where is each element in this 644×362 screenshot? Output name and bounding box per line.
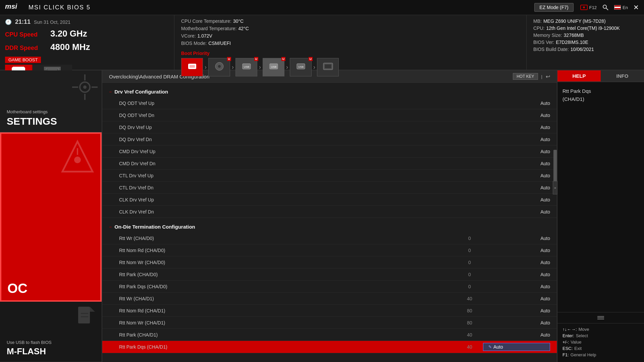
sidebar-item-settings[interactable]: Motherboard settings SETTINGS xyxy=(0,70,102,132)
mb-value: MEG Z690 UNIFY (MS-7D28) xyxy=(543,18,606,24)
table-row[interactable]: CLK Drv Vref Dn Auto xyxy=(102,206,557,218)
oc-main-label: OC xyxy=(7,281,28,296)
boot-device-4-icon: USB xyxy=(268,61,279,74)
ctrl-value: +/-: Value xyxy=(562,340,639,345)
table-row[interactable]: CTL Drv Vref Up Auto xyxy=(102,170,557,182)
boot-device-6[interactable] xyxy=(317,58,339,76)
ddr-speed-value: 4800 MHz xyxy=(50,42,90,52)
row-num: 0 xyxy=(456,284,483,289)
ctrl-help-key: F1: xyxy=(562,352,569,357)
mem-value: 32768MB xyxy=(564,33,584,38)
panel-collapse-button[interactable]: » xyxy=(553,181,557,194)
row-value: Auto xyxy=(483,149,550,154)
row-num: 40 xyxy=(456,296,483,301)
ez-mode-button[interactable]: EZ Mode (F7) xyxy=(534,3,573,12)
table-row[interactable]: Rtt Nom Rd (CHA/D0) 0 Auto xyxy=(102,244,557,256)
sidebar-item-oc[interactable]: OC xyxy=(0,132,102,302)
drv-vref-toggle[interactable]: − xyxy=(109,89,112,95)
sidebar-item-mflash[interactable]: Use USB to flash BIOS M-FLASH xyxy=(0,302,102,362)
svg-point-2 xyxy=(583,6,585,8)
on-die-toggle[interactable]: − xyxy=(109,224,112,230)
boot-device-5[interactable]: U USB xyxy=(290,58,312,76)
table-row[interactable]: Rtt Wr (CHA/D1) 40 Auto xyxy=(102,293,557,305)
bios-date-row: BIOS Build Date: 10/06/2021 xyxy=(533,47,637,52)
row-label: CLK Drv Vref Up xyxy=(119,197,483,202)
row-value: Auto xyxy=(483,260,550,265)
msi-logo: msi xyxy=(5,1,25,14)
search-icon-item[interactable] xyxy=(602,4,609,11)
svg-text:USB: USB xyxy=(244,65,249,68)
mb-temp-row: Motherboard Temperature: 42°C xyxy=(181,26,520,31)
boot-device-3[interactable]: U USB xyxy=(235,58,257,76)
bios-ver-label: BIOS Ver: xyxy=(533,40,554,45)
table-row[interactable]: DQ Drv Vref Up Auto xyxy=(102,121,557,133)
drv-vref-title: Drv Vref Configuration xyxy=(114,89,168,95)
on-die-section-header[interactable]: − On-Die Termination Configuration xyxy=(102,221,557,232)
boot-arrow-4: › xyxy=(286,64,288,71)
svg-point-3 xyxy=(603,5,606,8)
boot-arrow-2: › xyxy=(232,64,234,71)
row-label: Rtt Nom Wr (CHA/D0) xyxy=(119,260,456,265)
drv-vref-section-header[interactable]: − Drv Vref Configuration xyxy=(102,86,557,97)
table-row[interactable]: CMD Drv Vref Up Auto xyxy=(102,145,557,158)
active-value-text: Auto xyxy=(493,344,503,350)
svg-rect-8 xyxy=(190,65,195,68)
settings-list: − Drv Vref Configuration DQ ODT Vref Up … xyxy=(102,83,557,362)
help-text-line2: (CHA/D1) xyxy=(562,95,639,103)
hotkey-area: HOT KEY | ↩ xyxy=(513,73,550,80)
back-button[interactable]: ↩ xyxy=(546,73,550,80)
help-text-line1: Rtt Park Dqs xyxy=(562,87,639,95)
table-row[interactable]: DQ Drv Vref Dn Auto xyxy=(102,133,557,145)
row-label: DQ Drv Vref Up xyxy=(119,125,483,130)
row-value: Auto xyxy=(483,209,550,215)
table-row[interactable]: CMD Drv Vref Dn Auto xyxy=(102,158,557,170)
boot-device-1[interactable] xyxy=(181,58,203,76)
row-label: CLK Drv Vref Dn xyxy=(119,209,483,215)
status-right: MB: MEG Z690 UNIFY (MS-7D28) CPU: 12th G… xyxy=(527,15,644,70)
row-num: 40 xyxy=(456,332,483,338)
row-num: 0 xyxy=(456,272,483,277)
bios-mode-label: BIOS Mode: xyxy=(181,41,207,46)
rtt-park-dqs-value-box[interactable]: ✎ Auto xyxy=(483,343,550,351)
hotkey-button[interactable]: HOT KEY xyxy=(513,73,538,80)
table-row[interactable]: Rtt Nom Wr (CHA/D0) 0 Auto xyxy=(102,256,557,268)
boot-arrow-3: › xyxy=(259,64,261,71)
ctrl-help: F1: General Help xyxy=(562,352,639,357)
table-row[interactable]: DQ ODT Vref Dn Auto xyxy=(102,109,557,121)
table-row[interactable]: Rtt Park (CHA/D1) 40 Auto xyxy=(102,329,557,341)
svg-rect-28 xyxy=(78,307,90,323)
table-row[interactable]: DQ ODT Vref Up Auto xyxy=(102,97,557,109)
time-date-area: 🕘 21:11 Sun 31 Oct, 2021 xyxy=(5,18,169,25)
cpu-info-label: CPU: xyxy=(533,25,544,31)
cpu-temp-row: CPU Core Temperature: 30°C xyxy=(181,18,520,24)
settings-bg-icon xyxy=(71,74,98,105)
language-button[interactable]: En xyxy=(614,5,628,10)
help-tab[interactable]: HELP xyxy=(557,70,601,81)
table-row[interactable]: Rtt Wr (CHA/D0) 0 Auto xyxy=(102,232,557,244)
row-value: Auto xyxy=(483,185,550,190)
table-row[interactable]: Rtt Nom Rd (CHA/D1) 80 Auto xyxy=(102,305,557,317)
close-button[interactable]: ✕ xyxy=(633,3,639,11)
boot-device-2[interactable]: U xyxy=(208,58,230,76)
table-row[interactable]: Rtt Park (CHA/D0) 0 Auto xyxy=(102,268,557,281)
svg-text:USB: USB xyxy=(298,65,304,68)
rtt-park-dqs-label: Rtt Park Dqs (CHA/D1) xyxy=(119,344,456,350)
table-row[interactable]: CLK Drv Vref Up Auto xyxy=(102,194,557,206)
rtt-park-dqs-cha-d1-row[interactable]: Rtt Park Dqs (CHA/D1) 40 ✎ Auto xyxy=(102,341,557,353)
info-tab[interactable]: INFO xyxy=(601,70,644,81)
boot-device-4[interactable]: U USB xyxy=(263,58,284,76)
mb-row: MB: MEG Z690 UNIFY (MS-7D28) xyxy=(533,18,637,24)
scroll-indicator-area xyxy=(557,312,644,323)
ctrl-exit-desc: Exit xyxy=(574,346,582,351)
row-value: Auto xyxy=(483,101,550,106)
vcore-value: 1.072V xyxy=(198,33,212,39)
table-row[interactable]: Rtt Park Dqs (CHA/D0) 0 Auto xyxy=(102,281,557,293)
row-label: DQ ODT Vref Dn xyxy=(119,113,483,118)
screenshot-button[interactable]: F12 xyxy=(580,4,597,10)
usb-badge-4: U xyxy=(281,57,286,61)
row-value: Auto xyxy=(483,161,550,166)
table-row[interactable]: CTL Drv Vref Dn Auto xyxy=(102,182,557,194)
table-row[interactable]: Rtt Nom Wr (CHA/D1) 80 Auto xyxy=(102,317,557,329)
active-value-box[interactable]: ✎ Auto xyxy=(483,343,550,351)
ctrl-value-desc: Value xyxy=(571,340,581,345)
